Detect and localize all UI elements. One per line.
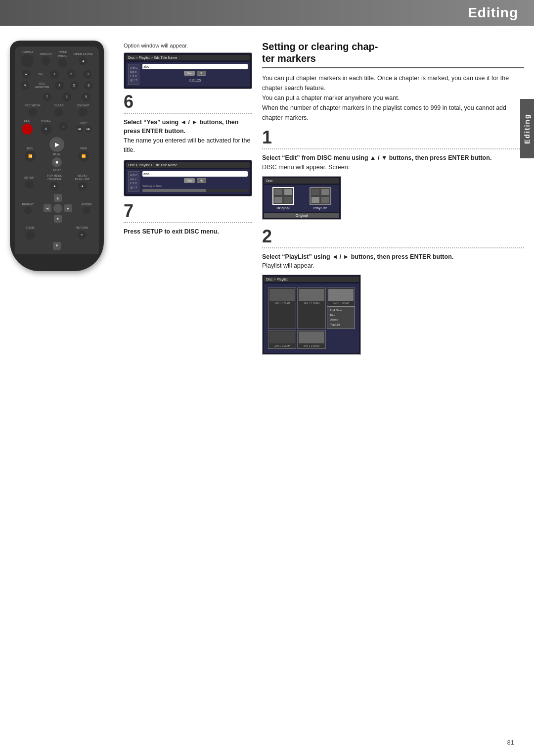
playlist-thumb-1: [269, 289, 295, 301]
rec-group: REC: [22, 119, 33, 134]
rec-button[interactable]: [22, 124, 33, 135]
num4-button[interactable]: 4: [55, 81, 64, 90]
step1-right-number: 1: [262, 129, 524, 146]
step1-right-section: 1 Select “Edit” from DISC menu using ▲ /…: [262, 129, 524, 220]
cm-skip-label: CM SKIP: [77, 104, 89, 107]
screen2-input-area: abc Yes No Writing to Disc: [142, 171, 248, 192]
screen1-no-button[interactable]: No: [197, 71, 207, 76]
svg-rect-6: [312, 197, 319, 203]
step6-normal: The name you entered will be activated f…: [124, 137, 250, 153]
zoom-button[interactable]: [26, 231, 35, 239]
screen2-no-button[interactable]: No: [197, 178, 207, 183]
clear-label: CLEAR: [54, 104, 64, 107]
playlist-label-3: JAN 1 1:00AM: [328, 302, 354, 305]
timer-prog-label: TIMERPROG.: [58, 50, 67, 57]
top-menu-button[interactable]: ▲: [50, 182, 59, 190]
svg-rect-1: [284, 189, 292, 195]
nav-cross: ▲ ◄ ► ▼: [43, 193, 73, 224]
num6-button[interactable]: 6: [84, 81, 93, 90]
num0-button[interactable]: 0: [59, 122, 68, 131]
pause-label: PAUSE: [41, 119, 51, 123]
pause-button[interactable]: ⏸: [41, 124, 51, 135]
skip-label: SKIP: [81, 121, 88, 125]
ch-up-button[interactable]: ▲: [22, 70, 31, 79]
disc-original-item[interactable]: Original: [266, 187, 300, 210]
num2-button[interactable]: 2: [67, 70, 76, 79]
playlist-item-3[interactable]: JAN 1 1:00AM: [327, 287, 355, 306]
enter-button[interactable]: [83, 207, 90, 214]
nav-down-button[interactable]: ▼: [54, 215, 62, 223]
section-body3: When the number of chapter markers in th…: [262, 103, 524, 123]
step7-bold: Press SETUP to exit DISC menu.: [124, 228, 219, 235]
playlist-item-3-with-menu: JAN 1 1:00AM Add NewTitleDeletePlayList: [327, 287, 355, 329]
play-button[interactable]: ▶: [49, 137, 64, 152]
disc-original-svg: [273, 188, 293, 204]
skip-back-button[interactable]: ⏮: [76, 125, 83, 133]
repeat-button[interactable]: [24, 207, 32, 214]
playlist-item-4[interactable]: JAN 1 1:00AM: [268, 330, 296, 349]
num3-button[interactable]: 3: [83, 70, 92, 79]
playlist-item-2[interactable]: JAN 1 1:00AM: [297, 287, 325, 329]
rec-mode-group: REC MODE: [24, 104, 40, 117]
open-close-group: OPEN CLOSE ▲: [74, 52, 93, 65]
progress-fill: [142, 189, 206, 192]
playlist-item-1[interactable]: JAN 1 1:00AM: [268, 287, 296, 329]
screen1-buttons: Yes No: [142, 71, 248, 76]
play-label: PLAY: [53, 153, 61, 156]
screen2-writing-label: Writing to Disc: [142, 185, 248, 188]
disc-playlist-label: PlayList: [303, 206, 337, 210]
rec-monitor-label: RECMONITOR: [35, 82, 49, 89]
nav-down2-button[interactable]: ▼: [53, 242, 61, 250]
repeat-group: REPEAT: [22, 203, 34, 214]
disc-playlist-icon: [310, 187, 331, 205]
setup-button[interactable]: [25, 180, 34, 189]
playlist-label-5: JAN 1 1:00AM: [299, 344, 324, 347]
power-group: POWER: [21, 50, 34, 67]
display-button[interactable]: [42, 56, 50, 65]
num9-button[interactable]: 9: [82, 93, 90, 101]
skip-fwd-button[interactable]: ⏭: [85, 125, 92, 133]
nav-up-button[interactable]: ▲: [54, 194, 62, 202]
num7-button[interactable]: 7: [43, 93, 51, 101]
screen2-yes-button[interactable]: Yes: [184, 178, 195, 183]
menu-playlist-button[interactable]: ▲: [78, 182, 87, 190]
step7-divider: [124, 222, 252, 223]
screen2-box: Disc > Playlist > Edit Title Name A B Ca…: [124, 160, 252, 196]
return-group: RETURN ↵: [76, 226, 88, 239]
nav-right-button[interactable]: ►: [64, 204, 72, 212]
screen1-yes-button[interactable]: Yes: [184, 71, 195, 76]
playlist-item-5[interactable]: JAN 1 1:00AM: [297, 330, 325, 349]
transport-section: REV ⏪ ▶ PLAY ■ STOP FWD ⏩: [18, 137, 96, 172]
num8-button[interactable]: 8: [62, 93, 71, 101]
power-button[interactable]: [21, 54, 34, 67]
nav-center: [53, 204, 62, 213]
open-close-button[interactable]: ▲: [79, 56, 88, 65]
timer-prog-button[interactable]: [58, 58, 67, 67]
nav-left-button[interactable]: ◄: [44, 204, 51, 212]
step2-right-section: 2 Select “PlayList” using ◄ / ► buttons,…: [262, 228, 524, 355]
return-button[interactable]: ↵: [78, 231, 87, 239]
pause-group: PAUSE ⏸: [41, 119, 51, 134]
step1-right-bold: Select “Edit” from DISC menu using ▲ / ▼…: [262, 154, 491, 161]
disc-playlist-item[interactable]: PlayList: [303, 187, 337, 210]
screen2-buttons: Yes No: [142, 178, 248, 183]
rec-mode-button[interactable]: [28, 108, 37, 117]
screen1-title: Disc > Playlist > Edit Title Name: [126, 55, 250, 60]
disc-selected: Original: [264, 213, 339, 218]
num5-button[interactable]: 5: [70, 81, 79, 90]
clear-button[interactable]: [54, 108, 63, 117]
remote-row-10: ▼: [18, 242, 96, 250]
remote-row-3: ▼ RECMONITOR 4 5 6: [18, 81, 96, 90]
step1-right-instruction: Select “Edit” from DISC menu using ▲ / ▼…: [262, 153, 524, 172]
timer-prog-group: TIMERPROG.: [58, 50, 67, 67]
rev-button[interactable]: ⏪: [25, 151, 36, 162]
num1-button[interactable]: 1: [50, 70, 59, 79]
ch-down-button[interactable]: ▼: [21, 81, 30, 90]
stop-button[interactable]: ■: [52, 157, 62, 167]
fwd-button[interactable]: ⏩: [78, 151, 89, 162]
section-title: Setting or clearing chap- ter markers: [262, 41, 524, 68]
clear-group: CLEAR: [54, 104, 64, 117]
cm-skip-button[interactable]: [79, 108, 88, 117]
page-header: Editing: [0, 0, 534, 26]
playlist-thumb-5: [299, 331, 324, 343]
